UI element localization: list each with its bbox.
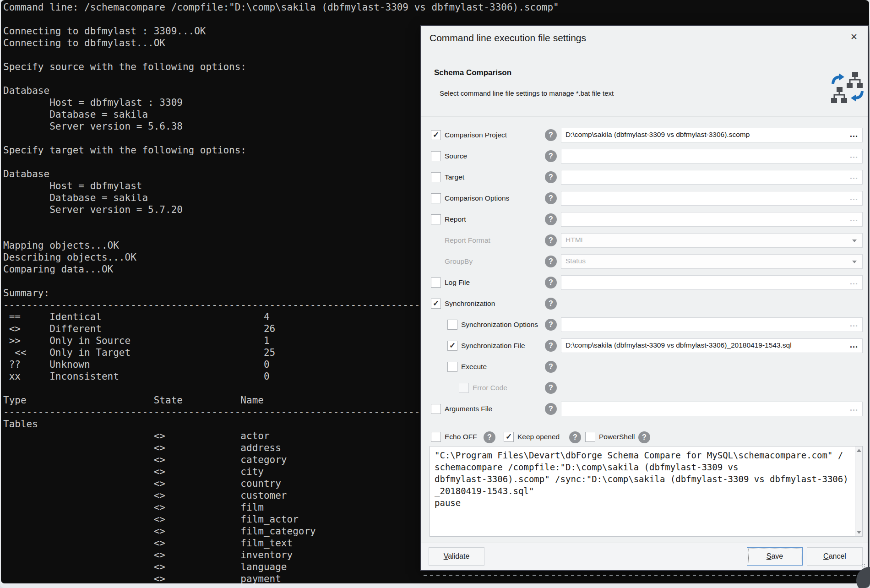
powershell-label: PowerShell	[599, 433, 635, 441]
settings-row-arguments-file: Arguments File?…	[421, 398, 868, 419]
scrollbar[interactable]	[855, 446, 862, 536]
arguments-file-label: Arguments File	[445, 405, 492, 413]
help-icon[interactable]: ?	[569, 431, 581, 443]
synchronization-file-value: D:\comp\sakila (dbfmylast-3309 vs dbfmyl…	[566, 341, 844, 349]
echo-off-label: Echo OFF	[445, 433, 477, 441]
execute-checkbox[interactable]	[447, 362, 457, 372]
report-field[interactable]: …	[561, 212, 863, 227]
comparison-project-checkbox[interactable]: ✓	[431, 130, 441, 140]
cancel-button[interactable]: Cancel	[807, 547, 863, 566]
settings-rows: ✓Comparison Project?D:\comp\sakila (dbfm…	[421, 125, 868, 419]
arguments-file-checkbox[interactable]	[431, 404, 441, 414]
help-icon[interactable]: ?	[545, 150, 557, 162]
synchronization-options-field[interactable]: …	[561, 317, 863, 332]
schema-compare-icon	[831, 71, 864, 104]
comparison-options-label: Comparison Options	[445, 194, 509, 202]
keep-opened-checkbox[interactable]: ✓	[504, 432, 514, 442]
help-icon[interactable]: ?	[545, 234, 557, 246]
execute-label: Execute	[461, 363, 487, 371]
scroll-up-icon[interactable]	[857, 449, 861, 452]
help-icon[interactable]: ?	[545, 256, 557, 267]
groupby-dropdown: Status	[561, 254, 863, 269]
settings-row-error-code: Error Code?	[421, 377, 868, 398]
dialog-footer: Validate Save Cancel	[421, 543, 868, 570]
source-field[interactable]: …	[561, 149, 863, 163]
browse-ellipsis-button[interactable]: …	[849, 277, 859, 287]
settings-row-synchronization: ✓Synchronization?	[421, 293, 868, 314]
scroll-down-icon[interactable]	[857, 531, 861, 534]
comparison-project-value: D:\comp\sakila (dbfmylast-3309 vs dbfmyl…	[566, 131, 844, 139]
browse-ellipsis-button[interactable]: …	[849, 192, 859, 202]
report-format-dropdown: HTML	[561, 233, 863, 248]
help-icon[interactable]: ?	[545, 319, 557, 331]
keep-opened-label: Keep opened	[517, 433, 560, 441]
help-icon[interactable]: ?	[545, 213, 557, 225]
synchronization-label: Synchronization	[445, 299, 495, 308]
comparison-project-label: Comparison Project	[445, 131, 507, 139]
browse-ellipsis-button[interactable]: …	[849, 150, 859, 160]
comparison-project-field[interactable]: D:\comp\sakila (dbfmylast-3309 vs dbfmyl…	[561, 128, 863, 142]
help-icon[interactable]: ?	[545, 171, 557, 183]
source-checkbox[interactable]	[431, 151, 441, 161]
help-icon[interactable]: ?	[545, 192, 557, 204]
error-code-label: Error Code	[473, 384, 507, 392]
dashed-line	[424, 575, 859, 576]
help-icon[interactable]: ?	[545, 361, 557, 373]
report-checkbox[interactable]	[431, 214, 441, 224]
log-file-checkbox[interactable]	[431, 278, 441, 288]
help-icon[interactable]: ?	[545, 340, 557, 352]
report-format-value: HTML	[566, 236, 585, 244]
help-icon[interactable]: ?	[638, 431, 650, 443]
comparison-options-checkbox[interactable]	[431, 193, 441, 203]
settings-row-synchronization-file: ✓Synchronization File?D:\comp\sakila (db…	[421, 335, 868, 356]
settings-row-source: Source?…	[421, 146, 868, 167]
settings-row-report: Report?…	[421, 209, 868, 230]
settings-row-report-format: Report Format?HTML	[421, 230, 868, 251]
section-title: Schema Comparison	[434, 68, 511, 77]
command-line-settings-dialog: Command line execution file settings ✕ S…	[420, 25, 869, 571]
synchronization-file-checkbox[interactable]: ✓	[447, 341, 457, 351]
close-icon[interactable]: ✕	[848, 31, 860, 44]
powershell-checkbox[interactable]	[585, 432, 595, 442]
browse-ellipsis-button[interactable]: …	[849, 403, 859, 413]
synchronization-options-checkbox[interactable]	[447, 320, 457, 330]
log-file-label: Log File	[445, 278, 470, 287]
report-format-label: Report Format	[445, 236, 490, 245]
save-button[interactable]: Save	[747, 547, 803, 566]
validate-button[interactable]: Validate	[429, 547, 484, 566]
help-icon[interactable]: ?	[545, 382, 557, 394]
synchronization-file-label: Synchronization File	[461, 342, 525, 350]
log-file-field[interactable]: …	[561, 275, 863, 290]
groupby-label: GroupBy	[445, 257, 473, 266]
error-code-checkbox	[459, 383, 469, 393]
browse-ellipsis-button[interactable]: …	[849, 129, 859, 139]
browse-ellipsis-button[interactable]: …	[849, 171, 859, 181]
target-checkbox[interactable]	[431, 172, 441, 182]
settings-row-execute: Execute?	[421, 356, 868, 377]
echo-off-checkbox[interactable]	[431, 432, 441, 442]
help-icon[interactable]: ?	[484, 431, 495, 443]
browse-ellipsis-button[interactable]: …	[849, 319, 859, 329]
chevron-down-icon	[852, 261, 857, 263]
bottom-options: Echo OFF?✓Keep opened?PowerShell?	[421, 428, 868, 446]
help-icon[interactable]: ?	[545, 403, 557, 415]
synchronization-file-field[interactable]: D:\comp\sakila (dbfmylast-3309 vs dbfmyl…	[561, 338, 863, 353]
screenshot-frame: Command line: /schemacompare /compfile:"…	[0, 0, 870, 588]
settings-row-target: Target?…	[421, 167, 868, 188]
synchronization-checkbox[interactable]: ✓	[431, 299, 441, 309]
groupby-value: Status	[566, 257, 586, 265]
dialog-title: Command line execution file settings	[430, 33, 586, 44]
help-wrap: ?	[569, 428, 581, 443]
browse-ellipsis-button[interactable]: …	[849, 213, 859, 223]
target-field[interactable]: …	[561, 170, 863, 185]
settings-row-groupby: GroupBy?Status	[421, 251, 868, 272]
help-icon[interactable]: ?	[545, 129, 557, 141]
comparison-options-field[interactable]: …	[561, 191, 863, 206]
bat-file-textarea[interactable]: "C:\Program Files\Devart\dbForge Schema …	[430, 446, 863, 537]
help-icon[interactable]: ?	[545, 277, 557, 289]
settings-row-synchronization-options: Synchronization Options?…	[421, 314, 868, 335]
settings-row-comparison-options: Comparison Options?…	[421, 188, 868, 209]
arguments-file-field[interactable]: …	[561, 402, 863, 416]
browse-ellipsis-button[interactable]: …	[849, 340, 859, 350]
help-icon[interactable]: ?	[545, 298, 557, 310]
